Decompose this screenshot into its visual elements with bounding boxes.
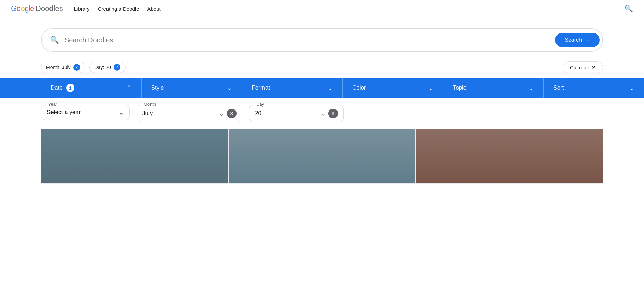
filter-style-label-group: Style xyxy=(151,84,164,91)
day-field-clear-button[interactable]: ✕ xyxy=(328,109,338,118)
filter-format[interactable]: Format ⌄ xyxy=(242,78,343,98)
filter-color-chevron-down-icon: ⌄ xyxy=(428,84,433,92)
filter-date-badge: 1 xyxy=(66,84,74,92)
logo[interactable]: Google Doodles xyxy=(11,4,63,13)
filter-style[interactable]: Style ⌄ xyxy=(142,78,242,98)
doodle-card-3[interactable] xyxy=(416,129,603,184)
filter-sort-chevron-down-icon: ⌄ xyxy=(629,84,634,92)
arrow-right-icon: → xyxy=(585,37,590,43)
doodle-image-1 xyxy=(41,129,228,183)
date-fields-section: Year Select a year ⌄ Month July ⌄ ✕ Day … xyxy=(0,98,644,129)
doodle-card-2[interactable] xyxy=(228,129,416,184)
doodle-image-2 xyxy=(229,129,415,183)
filter-sort-label-group: Sort xyxy=(553,84,564,91)
filter-date-text: Date xyxy=(51,84,63,91)
month-chip-label: Month: July xyxy=(46,65,71,70)
month-field[interactable]: Month July ⌄ ✕ xyxy=(137,105,242,122)
clear-all-button[interactable]: Clear all ✕ xyxy=(563,61,603,73)
day-field-label: Day xyxy=(254,102,266,107)
filter-topic-label-group: Topic xyxy=(453,84,467,91)
search-bar: 🔍 Search → xyxy=(41,28,603,52)
filter-sort-text: Sort xyxy=(553,84,564,91)
filter-style-text: Style xyxy=(151,84,164,91)
filter-style-chevron-down-icon: ⌄ xyxy=(227,84,232,92)
nav-about[interactable]: About xyxy=(147,6,161,12)
nav-creating[interactable]: Creating a Doodle xyxy=(98,6,139,12)
day-field-value: 20 xyxy=(255,110,316,117)
main-nav: Library Creating a Doodle About xyxy=(74,6,625,12)
clear-all-label: Clear all xyxy=(570,65,589,70)
filter-topic-chevron-down-icon: ⌄ xyxy=(529,84,534,92)
search-section: 🔍 Search → xyxy=(0,17,644,57)
logo-google-text: Google xyxy=(11,4,34,13)
doodle-image-3 xyxy=(416,129,603,183)
search-input[interactable] xyxy=(65,36,555,44)
filter-date-chevron-up-icon: ⌃ xyxy=(127,84,132,92)
day-chip-label: Day: 20 xyxy=(95,65,111,70)
nav-library[interactable]: Library xyxy=(74,6,90,12)
filter-date-label-group: Date 1 xyxy=(51,84,74,92)
search-button[interactable]: Search → xyxy=(555,33,600,47)
filter-color[interactable]: Color ⌄ xyxy=(343,78,443,98)
doodle-card-1[interactable] xyxy=(41,129,228,184)
month-field-chevron-down-icon: ⌄ xyxy=(219,110,224,117)
year-field-label: Year xyxy=(46,102,59,107)
day-chip-check: ✓ xyxy=(114,64,120,71)
month-chip-check: ✓ xyxy=(73,64,80,71)
filter-format-label-group: Format xyxy=(252,84,270,91)
month-field-clear-button[interactable]: ✕ xyxy=(227,109,237,118)
year-field-value: Select a year xyxy=(47,109,115,116)
filter-chips: Month: July ✓ Day: 20 ✓ Clear all ✕ xyxy=(0,57,644,78)
filter-date[interactable]: Date 1 ⌃ xyxy=(41,78,142,98)
filter-format-text: Format xyxy=(252,84,270,91)
filter-color-label-group: Color xyxy=(352,84,366,91)
clear-all-close-icon: ✕ xyxy=(591,64,596,70)
day-field-chevron-down-icon: ⌄ xyxy=(320,110,326,117)
day-chip[interactable]: Day: 20 ✓ xyxy=(89,62,126,73)
year-field[interactable]: Year Select a year ⌄ xyxy=(41,105,130,120)
month-chip[interactable]: Month: July ✓ xyxy=(41,62,85,73)
month-field-label: Month xyxy=(142,102,158,107)
filter-topic[interactable]: Topic ⌄ xyxy=(443,78,544,98)
filter-bar-inner: Date 1 ⌃ Style ⌄ Format ⌄ Color ⌄ xyxy=(41,78,644,98)
filter-sort[interactable]: Sort ⌄ xyxy=(544,78,644,98)
day-field[interactable]: Day 20 ⌄ ✕ xyxy=(249,105,344,122)
filter-bar: Date 1 ⌃ Style ⌄ Format ⌄ Color ⌄ xyxy=(0,78,644,98)
site-header: Google Doodles Library Creating a Doodle… xyxy=(0,0,644,17)
filter-topic-text: Topic xyxy=(453,84,467,91)
search-button-label: Search xyxy=(564,37,582,43)
doodle-grid xyxy=(0,129,644,184)
logo-doodles-text: Doodles xyxy=(35,4,63,13)
filter-color-text: Color xyxy=(352,84,366,91)
month-field-value: July xyxy=(142,110,215,117)
search-icon: 🔍 xyxy=(50,36,59,44)
filter-format-chevron-down-icon: ⌄ xyxy=(328,84,333,92)
header-search-icon[interactable]: 🔍 xyxy=(625,4,633,13)
year-field-chevron-down-icon: ⌄ xyxy=(119,109,124,116)
